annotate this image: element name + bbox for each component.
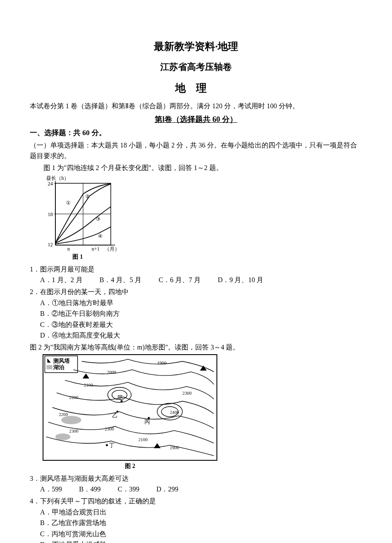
svg-text:1900: 1900 (157, 360, 167, 365)
q1-option-c: C．6 月、7 月 (159, 274, 201, 286)
svg-point-46 (148, 417, 150, 419)
q2-option-a: A．①地日落地方时最早 (40, 297, 195, 309)
svg-point-48 (106, 445, 108, 447)
q3-option-c: C．399 (118, 484, 139, 495)
svg-text:（月）: （月） (104, 246, 119, 251)
svg-text:1900: 1900 (170, 445, 179, 451)
svg-text:2300: 2300 (182, 391, 192, 396)
q4-option-d: D．丁地易受山洪威胁 (40, 539, 195, 543)
q2-option-c: C．③地的昼夜时差最大 (40, 319, 195, 330)
q2-option-d: D．④地太阳高度变化最大 (40, 330, 195, 341)
svg-text:丁: 丁 (109, 443, 115, 449)
figure2-map: 测风塔 湖泊 1900 2000 2100 2200 2300 240 (43, 354, 217, 461)
svg-text:测风塔: 测风塔 (53, 358, 70, 364)
figure-2: 测风塔 湖泊 1900 2000 2100 2200 2300 240 (43, 354, 217, 471)
svg-text:③: ③ (96, 216, 101, 222)
q4-option-c: C．丙地可赏湖光山色 (40, 529, 195, 540)
svg-text:①: ① (66, 200, 71, 206)
q2-option-b: B．②地正午日影朝向南方 (40, 308, 195, 319)
svg-point-26 (61, 416, 81, 425)
svg-text:湖泊: 湖泊 (53, 365, 64, 371)
q1-stem: 1．图示两月最可能是 (30, 264, 362, 275)
figure2-caption: 图 2 (43, 462, 217, 471)
svg-text:2300: 2300 (105, 427, 114, 432)
svg-text:②: ② (85, 194, 90, 199)
svg-text:n: n (67, 246, 70, 251)
svg-text:24: 24 (48, 181, 53, 187)
svg-text:2000: 2000 (107, 370, 116, 375)
svg-text:昼长（h）: 昼长（h） (46, 175, 69, 181)
q4-stem: 4．下列有关甲～丁四地的叙述，正确的是 (30, 496, 362, 507)
section1-label: 一、选择题：共 60 分。 (30, 127, 362, 139)
svg-text:丙: 丙 (144, 419, 150, 425)
title-main: 最新教学资料·地理 (30, 38, 362, 55)
question-4: 4．下列有关甲～丁四地的叙述，正确的是 A．甲地适合观赏日出 B．乙地宜作露营场… (30, 496, 362, 543)
svg-text:2100: 2100 (84, 382, 93, 387)
title-sub: 江苏省高考压轴卷 (30, 60, 362, 74)
svg-text:n+1: n+1 (92, 246, 100, 251)
q3-stem: 3．测风塔基与湖面最大高差可达 (30, 473, 362, 484)
figure-1: 昼长（h） 24 18 12 n n+1 （月） ① ② ③ ④ 图 1 (43, 175, 119, 262)
q1-option-d: D．9 月、10 月 (218, 274, 264, 286)
question-group1-intro: 图 1 为"四地连续 2 个月昼长变化图"。读图，回答 1～2 题。 (30, 162, 362, 173)
q1-option-a: A．1 月、2 月 (40, 274, 83, 286)
exam-intro: 本试卷分第 1 卷（选择题）和第Ⅱ卷（综合题）两部分。满分 120 分，考试用时… (30, 101, 362, 112)
svg-text:乙: 乙 (112, 413, 118, 419)
svg-text:2200: 2200 (69, 395, 78, 400)
question-2: 2．在图示月份的某一天，四地中 A．①地日落地方时最早 B．②地正午日影朝向南方… (30, 286, 362, 341)
q3-option-d: D．299 (156, 484, 179, 495)
title-subject: 地理 (30, 79, 362, 96)
q3-option-a: A．599 (40, 484, 62, 495)
q4-option-b: B．乙地宜作露营场地 (40, 517, 195, 529)
svg-text:2400: 2400 (170, 410, 179, 415)
part1-header: 第Ⅰ卷（选择题共 60 分） (30, 113, 362, 126)
svg-point-27 (55, 433, 70, 440)
svg-text:2300: 2300 (69, 429, 78, 434)
svg-text:④: ④ (98, 233, 103, 239)
q2-stem: 2．在图示月份的某一天，四地中 (30, 286, 362, 297)
subsection1-desc: （一）单项选择题：本大题共 18 小题，每小题 2 分，共 36 分。在每小题给… (30, 140, 362, 162)
svg-text:2200: 2200 (59, 412, 68, 417)
q3-option-b: B．499 (79, 484, 101, 495)
question-1: 1．图示两月最可能是 A．1 月、2 月 B．4 月、5 月 C．6 月、7 月… (30, 264, 362, 286)
svg-text:2100: 2100 (138, 437, 148, 442)
question-3: 3．测风塔基与湖面最大高差可达 A．599 B．499 C．399 D．299 (30, 473, 362, 495)
svg-text:18: 18 (48, 211, 53, 217)
svg-rect-20 (46, 365, 52, 370)
figure1-chart: 昼长（h） 24 18 12 n n+1 （月） ① ② ③ ④ (43, 175, 119, 251)
svg-text:甲: 甲 (118, 395, 123, 401)
figure1-caption: 图 1 (43, 252, 119, 262)
question-group2-intro: 图 2 为"我国南方某地等高线(单位：m)地形图"。读图，回答 3～4 题。 (30, 342, 362, 353)
q1-option-b: B．4 月、5 月 (100, 274, 142, 286)
svg-marker-30 (154, 443, 161, 448)
svg-marker-28 (83, 374, 89, 379)
q4-option-a: A．甲地适合观赏日出 (40, 507, 195, 518)
svg-text:12: 12 (48, 242, 53, 248)
